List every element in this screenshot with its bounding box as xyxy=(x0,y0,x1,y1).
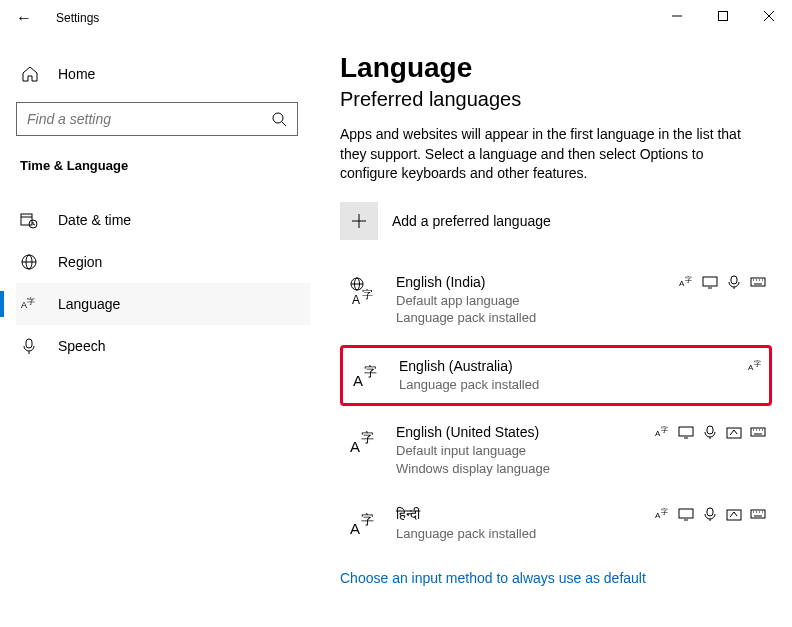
search-icon xyxy=(271,111,287,127)
svg-rect-45 xyxy=(679,427,693,436)
svg-rect-6 xyxy=(21,214,32,225)
language-pack-icon: A字 xyxy=(654,506,670,522)
sidebar-item-label: Speech xyxy=(58,338,105,354)
home-label: Home xyxy=(58,66,95,82)
svg-text:A: A xyxy=(350,438,360,455)
language-pack-icon: A字 xyxy=(346,506,380,540)
sidebar-item-label: Language xyxy=(58,296,120,312)
close-button[interactable] xyxy=(746,0,792,32)
svg-rect-29 xyxy=(731,276,737,284)
input-method-link[interactable]: Choose an input method to always use as … xyxy=(340,570,646,586)
sidebar-item-label: Date & time xyxy=(58,212,131,228)
sidebar: Home Time & Language Date & time Region xyxy=(0,36,310,627)
svg-text:字: 字 xyxy=(685,276,692,283)
svg-line-10 xyxy=(33,224,35,225)
language-pack-icon: A字 xyxy=(654,424,670,440)
language-subtitle: Language pack installed xyxy=(396,309,766,327)
section-title: Preferred languages xyxy=(340,88,772,111)
svg-rect-16 xyxy=(26,339,32,348)
language-item[interactable]: A字 हिन्दी Language pack installed A字 xyxy=(340,496,772,553)
sidebar-item-language[interactable]: A字 Language xyxy=(16,283,310,325)
language-item[interactable]: A字 English (United States) Default input… xyxy=(340,414,772,487)
keyboard-icon xyxy=(750,424,766,440)
window-title: Settings xyxy=(56,11,99,25)
maximize-button[interactable] xyxy=(700,0,746,32)
language-subtitle: Default input language xyxy=(396,442,766,460)
language-subtitle: Windows display language xyxy=(396,460,766,478)
speech-icon xyxy=(726,274,742,290)
svg-text:字: 字 xyxy=(361,430,374,445)
language-subtitle: Language pack installed xyxy=(399,376,763,394)
svg-rect-31 xyxy=(751,278,765,286)
plus-icon xyxy=(340,202,378,240)
section-description: Apps and websites will appear in the fir… xyxy=(340,125,760,184)
handwriting-icon xyxy=(726,506,742,522)
svg-text:字: 字 xyxy=(27,297,35,306)
page-title: Language xyxy=(340,52,772,84)
svg-text:字: 字 xyxy=(362,288,373,300)
keyboard-icon xyxy=(750,506,766,522)
language-icon: A字 xyxy=(20,295,38,313)
svg-text:字: 字 xyxy=(754,360,761,367)
keyboard-icon xyxy=(750,274,766,290)
svg-text:字: 字 xyxy=(364,364,377,379)
main-content: Language Preferred languages Apps and we… xyxy=(310,36,792,627)
home-icon xyxy=(20,64,40,84)
language-pack-globe-icon: A字 xyxy=(346,274,380,308)
language-item[interactable]: A字 English (India) Default app language … xyxy=(340,264,772,337)
display-icon xyxy=(678,506,694,522)
search-input[interactable] xyxy=(27,111,271,127)
language-subtitle: Default app language xyxy=(396,292,766,310)
svg-text:字: 字 xyxy=(661,508,668,515)
add-language-label: Add a preferred language xyxy=(392,213,551,229)
svg-point-4 xyxy=(273,113,283,123)
category-label: Time & Language xyxy=(16,158,310,173)
svg-rect-50 xyxy=(751,428,765,436)
speech-icon xyxy=(702,424,718,440)
sidebar-item-speech[interactable]: Speech xyxy=(16,325,310,367)
svg-line-5 xyxy=(282,122,286,126)
language-subtitle: Language pack installed xyxy=(396,525,766,543)
add-language-button[interactable]: Add a preferred language xyxy=(340,202,772,240)
language-pack-icon: A字 xyxy=(678,274,694,290)
language-pack-icon: A字 xyxy=(747,358,763,374)
sidebar-item-region[interactable]: Region xyxy=(16,241,310,283)
svg-text:A: A xyxy=(353,372,363,389)
language-pack-icon: A字 xyxy=(349,358,383,392)
display-icon xyxy=(702,274,718,290)
speech-icon xyxy=(702,506,718,522)
svg-text:字: 字 xyxy=(361,512,374,527)
search-input-container[interactable] xyxy=(16,102,298,136)
microphone-icon xyxy=(20,337,38,355)
display-icon xyxy=(678,424,694,440)
svg-text:A: A xyxy=(350,520,360,537)
language-item[interactable]: A字 English (Australia) Language pack ins… xyxy=(340,345,772,407)
svg-rect-62 xyxy=(707,508,713,516)
svg-rect-27 xyxy=(703,277,717,286)
svg-rect-65 xyxy=(751,510,765,518)
sidebar-item-date-time[interactable]: Date & time xyxy=(16,199,310,241)
home-button[interactable]: Home xyxy=(16,56,310,102)
calendar-clock-icon xyxy=(20,211,38,229)
svg-rect-60 xyxy=(679,509,693,518)
svg-text:A: A xyxy=(352,293,360,307)
back-button[interactable]: ← xyxy=(16,9,36,27)
language-name: English (Australia) xyxy=(399,358,763,374)
language-pack-icon: A字 xyxy=(346,424,380,458)
svg-rect-47 xyxy=(707,426,713,434)
svg-text:字: 字 xyxy=(661,426,668,433)
handwriting-icon xyxy=(726,424,742,440)
sidebar-item-label: Region xyxy=(58,254,102,270)
globe-icon xyxy=(20,253,38,271)
svg-rect-1 xyxy=(719,12,728,21)
minimize-button[interactable] xyxy=(654,0,700,32)
